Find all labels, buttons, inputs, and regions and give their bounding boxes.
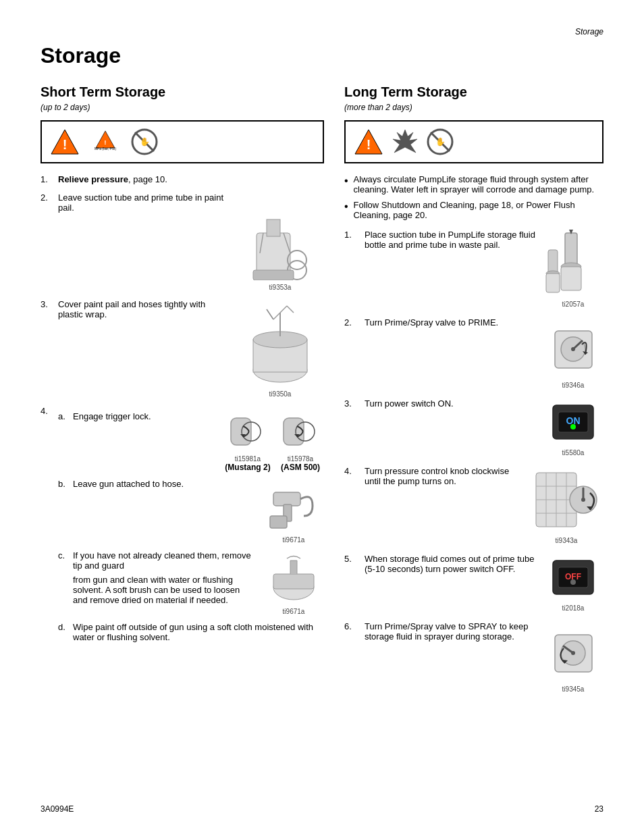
two-col-layout: Short Term Storage (up to 2 days) ! ! MP… [41,84,603,702]
step-3: 3. Cover paint pail and hoses tightly wi… [41,299,324,398]
right-step-5-fig-label: ti2018a [543,604,603,612]
right-step-6-fig-label: ti9345a [543,685,603,693]
svg-text:MPa (bar, PSI): MPa (bar, PSI) [95,147,116,151]
right-step-3-text: Turn power switch ON. [365,398,536,409]
right-step-2-text: Turn Prime/Spray valve to PRIME. [365,317,536,328]
step-4a: a. Engage trigger lock. [58,411,324,472]
right-step-6-figure: ti9345a [543,621,603,693]
right-step-2-fig-label: ti9346a [543,382,603,389]
svg-point-54 [570,424,576,429]
warning-triangle-icon: ! [50,127,80,157]
right-steps: 1. Place suction tube in PumpLife storag… [344,230,603,693]
svg-line-20 [287,306,294,313]
left-section-subtitle: (up to 2 days) [41,103,324,112]
svg-text:✋: ✋ [140,136,150,147]
svg-rect-45 [546,273,560,292]
right-column: Long Term Storage (more than 2 days) ! [344,84,603,702]
footer-right: 23 [595,804,603,814]
footer-left: 3A0994E [41,804,74,814]
right-step-2: 2. Turn Prime/Spray valve to PRIME. [344,317,603,389]
ti2018a-figure: OFF [546,554,600,601]
step-1: 1. Relieve pressure, page 10. [41,174,324,184]
svg-point-73 [571,651,575,655]
step-4c: c. If you have not already cleaned them,… [58,550,324,615]
right-step-4-text: Turn pressure control knob clockwise unt… [365,466,522,486]
step-4a-figures: ti15981a (Mustang 2) [224,411,324,472]
right-step-4-figure: ti9343a [529,466,603,544]
bullet-1: • Always circulate PumpLife storage flui… [344,174,603,194]
ti9671a-c-figure [267,550,321,604]
ti9671a-b-figure [267,479,321,533]
step-4b-text: Leave gun attached to hose. [73,479,257,489]
step-4c-fig-label: ti9671a [263,608,324,615]
right-step-4: 4. Turn pressure control knob clockwise … [344,466,603,544]
svg-text:✋: ✋ [435,136,446,147]
ti9350a-figure [243,299,317,387]
ti5580a-figure: ON [546,398,600,446]
step-4b-figure: ti9671a [263,479,324,544]
header-label: Storage [575,27,603,36]
right-step-1-figure: ti2057a [543,230,603,308]
right-step-5-text: When storage fluid comes out of prime tu… [365,554,536,574]
right-warning-triangle-icon: ! [354,127,383,157]
svg-rect-28 [273,492,300,506]
right-step-6-text: Turn Prime/Spray valve to SPRAY to keep … [365,621,536,642]
step-2-figure: ti9353a [236,192,324,291]
step-4c-figure: ti9671a [263,550,324,615]
right-step-3: 3. Turn power switch ON. ON [344,398,603,457]
bullet-1-text: Always circulate PumpLife storage fluid … [354,174,603,194]
step-1-text: , page 10. [128,174,167,184]
step-3-text: Cover paint pail and hoses tightly with … [58,299,230,319]
svg-rect-40 [561,267,581,290]
step-3-fig-label: ti9350a [236,390,324,398]
right-bullets: • Always circulate PumpLife storage flui… [344,174,603,220]
right-step-2-figure: ti9346a [543,317,603,389]
svg-rect-43 [548,250,558,273]
svg-text:!: ! [104,138,106,146]
step-3-figure: ti9350a [236,299,324,398]
header-section-label: Storage [41,27,603,36]
mustang2-label: (Mustang 2) [224,463,271,472]
step-4b: b. Leave gun attached to hose. [58,479,324,544]
asm500-label: (ASM 500) [277,463,324,472]
svg-point-49 [571,347,575,351]
svg-rect-14 [253,270,294,280]
ti9353a-figure [243,192,317,280]
right-step-1-text: Place suction tube in PumpLife storage f… [365,230,536,250]
left-warning-box: ! ! MPa (bar, PSI) ✋ [41,120,324,163]
svg-rect-30 [270,516,287,528]
svg-rect-25 [284,418,304,445]
step-4d-text: Wipe paint off outside of gun using a so… [73,622,324,642]
ti2057a-figure [545,230,602,297]
ti9346a-figure [545,317,602,378]
step-4-substeps: a. Engage trigger lock. [58,411,324,642]
ti15981a-figure [224,411,271,452]
step-4: 4. a. Engage trigger lock. [41,406,324,649]
svg-text:!: ! [367,137,371,152]
step-4d: d. Wipe paint off outside of gun using a… [58,622,324,642]
explosion-icon [390,127,420,157]
right-section-title: Long Term Storage [344,84,603,100]
right-no-symbol-icon: ✋ [427,128,454,155]
svg-rect-9 [267,219,280,236]
right-step-4-fig-label: ti9343a [529,537,603,544]
right-warning-box: ! ✋ [344,120,603,163]
page-footer: 3A0994E 23 [41,804,603,814]
right-step-6: 6. Turn Prime/Spray valve to SPRAY to ke… [344,621,603,693]
page-title: Storage [41,43,603,68]
right-step-3-figure: ON ti5580a [543,398,603,457]
bullet-2: • Follow Shutdown and Cleaning, page 18,… [344,200,603,220]
step-2: 2. Leave suction tube and prime tube in … [41,192,324,291]
svg-point-64 [581,498,585,502]
right-step-3-fig-label: ti5580a [543,449,603,457]
svg-rect-32 [273,574,314,589]
left-column: Short Term Storage (up to 2 days) ! ! MP… [41,84,324,702]
ti15978a-figure [277,411,324,452]
pressure-warning-icon: ! MPa (bar, PSI) [86,127,124,157]
ti9343a-figure [533,466,600,533]
page: Storage Storage Short Term Storage (up t… [0,0,644,834]
svg-line-21 [267,309,273,319]
bullet-2-text: Follow Shutdown and Cleaning, page 18, o… [354,200,603,220]
ti9345a-figure [545,621,602,682]
no-symbol-icon: ✋ [131,128,158,155]
